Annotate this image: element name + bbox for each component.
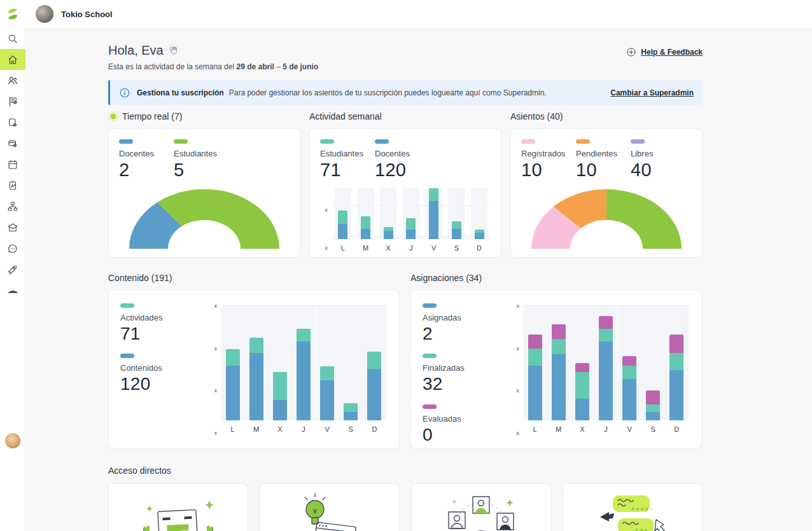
legend-item: Actividades 71 (120, 303, 204, 343)
legend-item: Pendientes 10 (576, 139, 631, 179)
bar-segment-asignadas (552, 354, 566, 420)
document-gear-icon (7, 117, 18, 128)
sidebar-item-assignments-manager[interactable] (0, 133, 25, 154)
svg-text:★★★★☆: ★★★★☆ (631, 506, 654, 512)
x-axis-label: L (523, 425, 547, 433)
legend-label: Docentes (119, 149, 174, 158)
section-title-text: Asignaciones (34) (410, 273, 482, 283)
bar-segment-asignadas (528, 366, 542, 420)
help-feedback-label: Help & Feedback (641, 48, 703, 57)
legend-pill (423, 354, 437, 358)
legend-label: Estudiantes (320, 149, 375, 158)
plus-circle-icon (626, 47, 636, 57)
bar-D (363, 306, 386, 420)
help-feedback-link[interactable]: Help & Feedback (626, 47, 703, 57)
bar-segment-finalizadas (646, 404, 660, 413)
shortcut-card-ideas[interactable] (260, 483, 400, 531)
sidebar-item-itineraries[interactable] (0, 91, 25, 112)
bar-segment-finalizadas (552, 339, 566, 354)
shortcut-card-community[interactable] (411, 483, 551, 531)
bar-segment-evaluadas (528, 334, 542, 348)
legend-pill (423, 404, 437, 409)
section-title-text: Actividad semanal (309, 111, 382, 121)
search-icon (7, 33, 18, 45)
bar-segment-asignadas (575, 399, 589, 420)
y-axis: xxxx (209, 306, 221, 433)
sidebar-item-launch[interactable] (0, 259, 25, 280)
chat-icon (7, 243, 18, 254)
rocket-icon (7, 264, 18, 275)
date-start: 29 de abril (236, 62, 274, 71)
sidebar-item-home[interactable] (0, 49, 25, 70)
sidebar-item-exams[interactable] (0, 175, 25, 196)
legend-pill (120, 354, 134, 358)
semi-donut-svg (127, 188, 281, 249)
sidebar-item-footwear[interactable] (0, 280, 25, 301)
sidebar-item-search[interactable] (0, 28, 25, 49)
bar-segment-estudiantes (338, 210, 347, 224)
legend-pill (521, 139, 535, 144)
legend-value: 0 (423, 425, 507, 444)
contenido-bar-chart: xxxxLMXJVSD (209, 306, 386, 433)
sidebar-item-users[interactable] (0, 70, 25, 91)
plot-area (221, 306, 386, 420)
bar-segment-contenidos (273, 400, 287, 420)
actividad-bar-chart: xxLMXJVSD (320, 188, 491, 252)
bar-D (665, 306, 689, 420)
tiempo-real-donut-chart (119, 188, 290, 249)
bar-segment-docentes (406, 230, 416, 239)
info-icon (119, 87, 130, 99)
bar-J (594, 306, 617, 420)
bar-segment-finalizadas (599, 329, 613, 341)
asientos-card: Registrados 10 Pendientes 10 Libres 40 (510, 128, 703, 258)
topbar: Tokio School (0, 0, 812, 28)
bar-V (316, 306, 339, 420)
bar-M (244, 306, 268, 420)
bar-S (339, 306, 363, 420)
x-axis-label: M (244, 425, 268, 433)
donut-segment (606, 190, 682, 249)
x-axis-label: X (380, 244, 396, 252)
bar-segment-contenidos (367, 369, 381, 420)
x-axis-label: X (268, 425, 291, 433)
y-tick-label: x (517, 303, 520, 309)
bar-segment-docentes (452, 229, 461, 239)
x-axis-label: J (594, 425, 617, 433)
sitemap-icon (7, 201, 18, 212)
switch-superadmin-link[interactable]: Cambiar a Superadmin (610, 88, 694, 97)
main-content: Hola, Eva Esta es la actividad de la sem… (25, 28, 812, 531)
sidebar-item-structure[interactable] (0, 196, 25, 217)
y-tick-label: x (517, 430, 520, 436)
shortcut-card-reviews[interactable]: ★★★★☆ ★★★☆☆ (563, 483, 703, 531)
sidebar-item-messages[interactable] (0, 238, 25, 259)
shortcut-card-certificates[interactable] (108, 483, 248, 531)
tokio-logo-icon (5, 6, 20, 22)
week-subtitle: Esta es la actividad de la semana del 29… (108, 62, 318, 71)
school-avatar (36, 5, 53, 23)
legend-value: 10 (576, 160, 631, 179)
ideas-stats-illustration (282, 492, 377, 531)
sidebar-item-school[interactable] (0, 217, 25, 238)
sidebar-item-calendar[interactable] (0, 154, 25, 175)
bar-segment-estudiantes (429, 188, 438, 200)
legend-item: Registrados 10 (521, 139, 576, 179)
sidebar-item-content-manager[interactable] (0, 112, 25, 133)
school-switcher[interactable]: Tokio School (36, 5, 113, 23)
user-avatar[interactable] (5, 433, 20, 448)
section-title-text: Asientos (40) (510, 111, 563, 121)
school-box-icon (7, 222, 18, 233)
bar-X (380, 188, 396, 239)
actividad-semanal-card: Estudiantes 71 Docentes 120 xxLMXJVSD (309, 128, 501, 258)
bar-J (291, 306, 315, 420)
bar-X (268, 306, 291, 420)
legend-value: 10 (521, 160, 576, 179)
bar-segment-asignadas (622, 379, 636, 420)
calendar-icon (7, 159, 18, 170)
y-axis: xxxx (512, 306, 523, 433)
x-axis-label: D (665, 425, 689, 433)
legend-item: Estudiantes 5 (174, 139, 228, 179)
subtitle-prefix: Esta es la actividad de la semana del (108, 62, 236, 71)
date-separator: – (274, 62, 283, 71)
bar-segment-estudiantes (452, 221, 461, 230)
bar-segment-finalizadas (622, 366, 636, 380)
